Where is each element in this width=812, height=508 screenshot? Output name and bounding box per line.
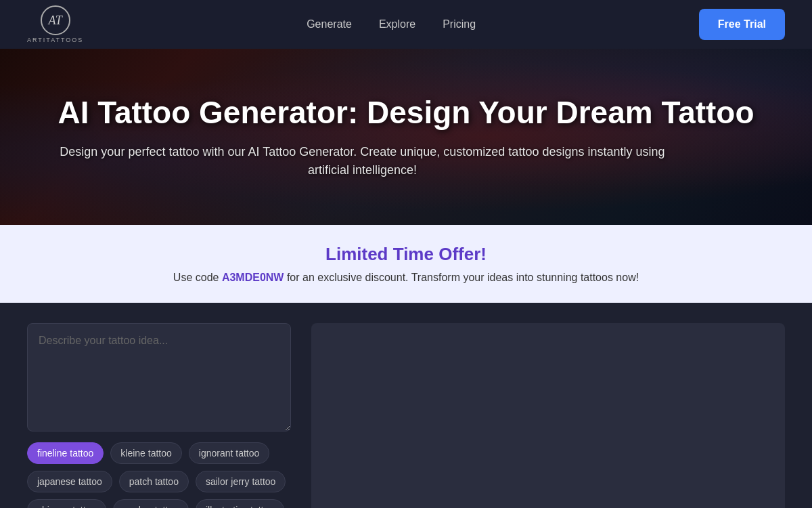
hero-subtitle: Design your perfect tattoo with our AI T… bbox=[58, 143, 667, 179]
promo-banner: Limited Time Offer! Use code A3MDE0NW fo… bbox=[0, 225, 812, 303]
logo-icon: AT bbox=[41, 5, 70, 35]
tag-1[interactable]: kleine tattoo bbox=[110, 442, 182, 464]
tag-5[interactable]: sailor jerry tattoo bbox=[196, 471, 286, 492]
tag-0[interactable]: fineline tattoo bbox=[27, 442, 104, 464]
nav-explore[interactable]: Explore bbox=[379, 18, 415, 30]
nav-links: Generate Explore Pricing bbox=[307, 18, 476, 30]
tattoo-idea-input[interactable] bbox=[27, 323, 291, 431]
navbar: AT ARTITATTOOS Generate Explore Pricing … bbox=[0, 0, 812, 49]
tag-2[interactable]: ignorant tattoo bbox=[189, 442, 270, 464]
tag-8[interactable]: illustrative tattoo bbox=[196, 499, 284, 508]
nav-generate[interactable]: Generate bbox=[307, 18, 352, 30]
promo-description: Use code A3MDE0NW for an exclusive disco… bbox=[27, 272, 785, 284]
nav-pricing[interactable]: Pricing bbox=[443, 18, 476, 30]
free-trial-button[interactable]: Free Trial bbox=[699, 9, 785, 40]
tag-7[interactable]: anchor tattoo bbox=[113, 499, 189, 508]
tags-section: fineline tattookleine tattooignorant tat… bbox=[27, 442, 291, 508]
promo-title: Limited Time Offer! bbox=[27, 244, 785, 265]
promo-desc-before: Use code bbox=[173, 272, 222, 283]
tag-3[interactable]: japanese tattoo bbox=[27, 471, 112, 492]
hero-section: AI Tattoo Generator: Design Your Dream T… bbox=[0, 49, 812, 225]
main-content: fineline tattookleine tattooignorant tat… bbox=[0, 303, 812, 508]
left-panel: fineline tattookleine tattooignorant tat… bbox=[27, 323, 291, 508]
tag-4[interactable]: patch tattoo bbox=[119, 471, 189, 492]
tag-6[interactable]: chicano tattoo bbox=[27, 499, 106, 508]
preview-panel bbox=[311, 323, 785, 508]
logo-name: ARTITATTOOS bbox=[27, 37, 83, 43]
promo-desc-after: for an exclusive discount. Transform you… bbox=[284, 272, 639, 283]
hero-title: AI Tattoo Generator: Design Your Dream T… bbox=[58, 94, 754, 131]
logo[interactable]: AT ARTITATTOOS bbox=[27, 5, 83, 43]
promo-code: A3MDE0NW bbox=[222, 272, 284, 283]
hero-content: AI Tattoo Generator: Design Your Dream T… bbox=[30, 94, 781, 179]
